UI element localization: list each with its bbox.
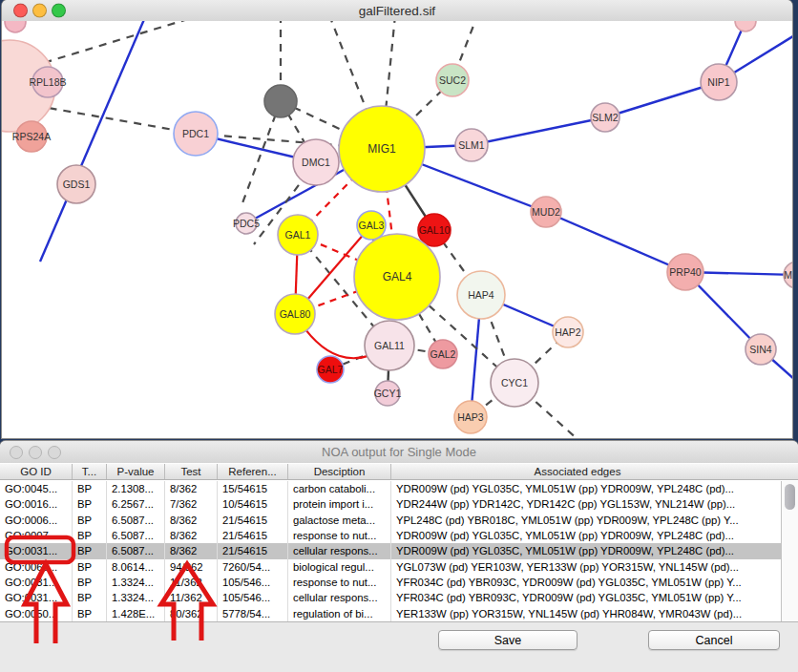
table-cell: BP <box>73 513 107 528</box>
network-node[interactable] <box>735 21 756 32</box>
table-cell: YFR034C (pd) YBR093C, YDR009W (pd) YGL03… <box>391 590 781 605</box>
table-cell: 8/362 <box>165 513 218 528</box>
column-header-referen-[interactable]: Referen... <box>218 464 288 479</box>
node-label-suc2: SUC2 <box>439 74 466 86</box>
cancel-button[interactable]: Cancel <box>648 630 780 650</box>
table-cell: 80/362 <box>165 606 218 621</box>
table-row[interactable]: GO:0065...BP8.0614...94/3627260/54...bio… <box>0 559 781 575</box>
table-cell: regulation of bi... <box>288 606 391 621</box>
table-cell: GO:0006... <box>0 513 73 528</box>
table-cell: 11/362 <box>165 590 218 605</box>
table-cell: 8.0614... <box>107 559 165 575</box>
table-cell: 10/54615 <box>218 496 288 512</box>
node-label-nip1: NIP1 <box>707 76 730 88</box>
table-cell: YGL073W (pd) YER103W, YER133W (pp) YOR31… <box>391 559 781 575</box>
table-cell: GO:0045... <box>0 481 73 496</box>
table-cell: cellular respons... <box>288 590 391 605</box>
table-cell: GO:0007... <box>0 528 73 543</box>
table-cell: 6.5087... <box>107 543 165 558</box>
table-cell: 21/54615 <box>218 543 288 558</box>
column-header-test[interactable]: Test <box>165 464 218 479</box>
node-label-dmc1: DMC1 <box>302 157 330 168</box>
node-label-gal10: GAL10 <box>419 224 451 236</box>
node-label-gal11: GAL11 <box>374 340 405 351</box>
table-cell: 105/546... <box>218 575 288 590</box>
vertical-scrollbar[interactable] <box>781 481 798 621</box>
table-cell: biological regul... <box>288 559 391 575</box>
table-body: GO:0045...BP2.1308...8/36215/54615carbon… <box>0 481 781 621</box>
node-label-gal80: GAL80 <box>280 308 311 320</box>
table-cell: BP <box>73 590 107 605</box>
table-cell: 7260/54... <box>218 559 288 575</box>
table-cell: BP <box>73 481 107 496</box>
table-cell: 94/362 <box>165 559 218 575</box>
table-cell: 2.1308... <box>107 481 165 496</box>
node-label-gal7: GAL7 <box>318 364 344 375</box>
node-label-gal4: GAL4 <box>383 270 412 284</box>
table-cell: 21/54615 <box>218 528 288 543</box>
network-window: galFiltered.sif RPL18BRPS24AGDS1PDC1DMC1… <box>2 0 792 438</box>
scrollbar-thumb[interactable] <box>785 484 795 510</box>
table-row[interactable]: GO:0031...BP6.5087...8/36221/54615cellul… <box>0 543 781 558</box>
table-cell: BP <box>73 559 107 575</box>
table-cell: galactose meta... <box>288 513 391 528</box>
node-label-mud2: MUD2 <box>532 206 560 218</box>
table-cell: 1.428E... <box>107 606 165 621</box>
noa-output-window: NOA output for Single Mode GO IDT...P-va… <box>0 441 798 672</box>
table-cell: 1.3324... <box>107 575 165 590</box>
table-cell: BP <box>73 606 107 621</box>
table-cell: BP <box>73 528 107 543</box>
node-label-sin4: SIN4 <box>749 344 772 355</box>
noa-window-title: NOA output for Single Mode <box>0 441 798 463</box>
table-cell: protein import i... <box>288 496 391 512</box>
table-row[interactable]: GO:0031...BP1.3324...11/362105/546...res… <box>0 575 781 590</box>
node-label-pdc5: PDC5 <box>233 218 260 229</box>
table-row[interactable]: GO:0045...BP2.1308...8/36215/54615carbon… <box>0 481 781 496</box>
column-header-go-id[interactable]: GO ID <box>0 464 73 479</box>
table-cell: YFR034C (pd) YBR093C, YDR009W (pd) YGL03… <box>391 575 781 590</box>
table-cell: response to nut... <box>288 528 391 543</box>
table-cell: 6.5087... <box>107 528 165 543</box>
table-cell: 5778/54... <box>218 606 288 621</box>
table-row[interactable]: GO:0006...BP6.5087...8/36221/54615galact… <box>0 513 781 528</box>
node-label-gal1: GAL1 <box>285 229 311 241</box>
column-header-p-value[interactable]: P-value <box>107 464 165 479</box>
network-edge-blue <box>472 117 605 145</box>
table-cell: 8/362 <box>165 543 218 558</box>
save-button[interactable]: Save <box>438 630 578 650</box>
table-cell: 6.5087... <box>107 513 165 528</box>
table-cell: 21/54615 <box>218 513 288 528</box>
table-header[interactable]: GO IDT...P-valueTestReferen...Desciption… <box>0 463 798 480</box>
network-node[interactable] <box>5 21 26 32</box>
table-cell: YDR009W (pd) YGL035C, YML051W (pp) YDR00… <box>391 543 781 558</box>
table-cell: GO:0050... <box>0 606 73 621</box>
column-header-desciption[interactable]: Desciption <box>288 464 391 479</box>
node-label-rps24a: RPS24A <box>12 131 51 142</box>
column-header-associated-edges[interactable]: Associated edges <box>391 464 781 479</box>
table-cell: BP <box>73 575 107 590</box>
network-window-title: galFiltered.sif <box>2 0 792 21</box>
table-cell: cellular respons... <box>288 543 391 558</box>
noa-titlebar[interactable]: NOA output for Single Mode <box>0 441 798 464</box>
network-edge-blue <box>546 212 685 272</box>
table-cell: GO:0031... <box>0 543 73 558</box>
network-edge-blue <box>40 21 145 262</box>
network-node[interactable] <box>264 85 297 117</box>
node-label-cyc1: CYC1 <box>501 377 528 388</box>
table-cell: 8/362 <box>165 528 218 543</box>
network-graph: RPL18BRPS24AGDS1PDC1DMC1MIG1SUC2SLM1SLM2… <box>2 21 792 438</box>
table-cell: 1.3324... <box>107 590 165 605</box>
table-cell: GO:0031... <box>0 590 73 605</box>
network-canvas[interactable]: RPL18BRPS24AGDS1PDC1DMC1MIG1SUC2SLM1SLM2… <box>2 21 792 438</box>
table-row[interactable]: GO:0050...BP1.428E...80/3625778/54...reg… <box>0 606 781 621</box>
table-row[interactable]: GO:0007...BP6.5087...8/36221/54615respon… <box>0 528 781 543</box>
table-row[interactable]: GO:0031...BP1.3324...11/362105/546...cel… <box>0 590 781 605</box>
node-label-gds1: GDS1 <box>63 178 91 190</box>
column-header-t-[interactable]: T... <box>73 464 107 479</box>
network-titlebar[interactable]: galFiltered.sif <box>2 0 792 22</box>
table-cell: YER133W (pp) YOR315W, YNL145W (pd) YHR08… <box>391 606 781 621</box>
table-cell: 105/546... <box>218 590 288 605</box>
table-row[interactable]: GO:0016...BP6.2567...7/36210/54615protei… <box>0 496 781 512</box>
table-cell: response to nut... <box>288 575 391 590</box>
table-cell: 8/362 <box>165 481 218 496</box>
